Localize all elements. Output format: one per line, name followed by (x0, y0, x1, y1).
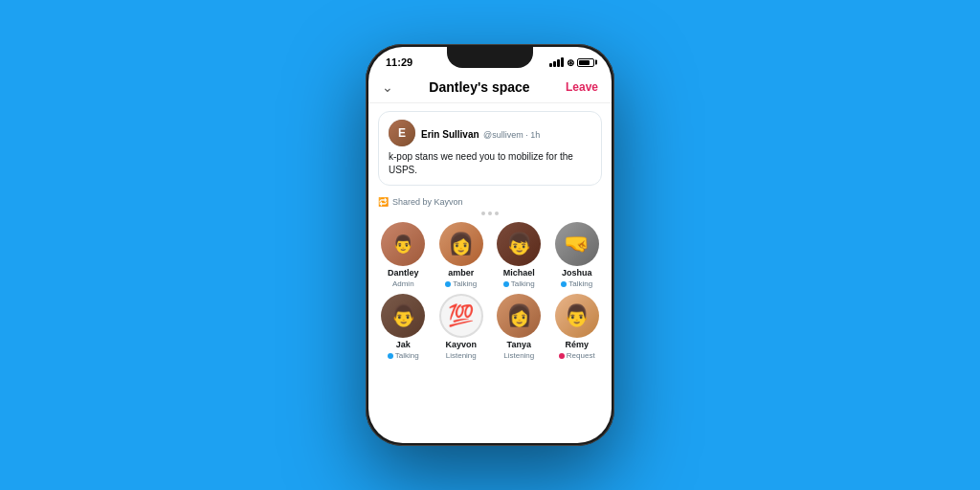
space-title: Dantley's space (429, 79, 529, 95)
tweet-author-row: E Erin Sullivan @sullivem · 1h (389, 120, 591, 146)
dot-2 (488, 212, 492, 215)
talking-dot-amber (445, 281, 451, 287)
tweet-card: E Erin Sullivan @sullivem · 1h k-pop sta… (378, 111, 602, 186)
talking-dot-joshua (561, 281, 567, 287)
participant-avatar-joshua: 🤜 (555, 222, 599, 266)
phone-screen: 11:29 ⊛ ⌄ Dantley's space Leave (368, 47, 612, 443)
participant-name-joshua: Joshua (562, 268, 592, 278)
participant-name-jak: Jak (396, 340, 411, 349)
dot-3 (495, 212, 499, 215)
participant-status-dantley: Admin (392, 279, 414, 288)
participant-status-joshua: Talking (561, 279, 592, 288)
participant-joshua[interactable]: 🤜 Joshua Talking (550, 222, 605, 288)
avatar-face-dantley: 👨 (381, 222, 425, 266)
participant-kayvon[interactable]: 💯 Kayvon Listening (434, 294, 489, 360)
tweet-text: k-pop stans we need you to mobilize for … (389, 150, 591, 177)
status-icons: ⊛ (549, 57, 594, 68)
signal-icon (549, 57, 564, 67)
participant-avatar-tanya: 👩 (497, 294, 541, 338)
wifi-icon: ⊛ (567, 57, 574, 68)
participant-avatar-amber: 👩 (439, 222, 483, 266)
participant-avatar-remy: 👨 (555, 294, 599, 338)
participants-grid: 👨 Dantley Admin 👩 amber Talking 👦 (368, 218, 612, 368)
status-time: 11:29 (386, 56, 412, 68)
participant-dantley[interactable]: 👨 Dantley Admin (376, 222, 431, 288)
dot-1 (481, 212, 485, 215)
participant-name-tanya: Tanya (507, 340, 531, 349)
tweet-meta: Erin Sullivan @sullivem · 1h (421, 124, 591, 142)
participant-name-amber: amber (448, 268, 474, 278)
shared-by-label: Shared by Kayvon (392, 197, 463, 207)
tweet-author-avatar: E (389, 120, 415, 146)
leave-button[interactable]: Leave (566, 80, 598, 94)
participant-michael[interactable]: 👦 Michael Talking (492, 222, 546, 288)
status-bar: 11:29 ⊛ (368, 47, 612, 74)
participant-status-jak: Talking (388, 351, 419, 360)
spaces-header: ⌄ Dantley's space Leave (368, 74, 612, 103)
participant-avatar-kayvon: 💯 (439, 294, 483, 338)
tweet-author-name: Erin Sullivan (421, 129, 479, 140)
participant-status-remy: Request (559, 351, 595, 360)
participant-name-remy: Rémy (565, 340, 589, 349)
phone-device: 11:29 ⊛ ⌄ Dantley's space Leave (366, 44, 614, 446)
participant-status-kayvon: Listening (446, 351, 477, 360)
participant-status-michael: Talking (503, 279, 535, 288)
participant-remy[interactable]: 👨 Rémy Request (550, 294, 605, 360)
request-dot-remy (559, 353, 565, 359)
tweet-author-handle: @sullivem · 1h (483, 130, 540, 140)
participant-status-amber: Talking (445, 279, 477, 288)
participant-jak[interactable]: 👨 Jak Talking (376, 294, 431, 360)
avatar-face-joshua: 🤜 (555, 222, 599, 266)
battery-icon (577, 58, 594, 67)
back-chevron-icon[interactable]: ⌄ (382, 79, 393, 95)
participant-status-tanya: Listening (503, 351, 534, 360)
tweet-author-avatar-face: E (389, 120, 415, 146)
shared-by-row: 🔁 Shared by Kayvon (378, 197, 602, 207)
participant-avatar-michael: 👦 (497, 222, 541, 266)
talking-dot-jak (388, 353, 393, 359)
avatar-face-jak: 👨 (381, 294, 425, 338)
avatar-face-tanya: 👩 (497, 294, 541, 338)
dots-divider (368, 209, 612, 218)
participant-name-michael: Michael (503, 268, 535, 278)
participant-name-kayvon: Kayvon (445, 340, 477, 349)
participant-avatar-dantley: 👨 (381, 222, 425, 266)
participant-avatar-jak: 👨 (381, 294, 425, 338)
avatar-face-kayvon: 💯 (439, 294, 483, 338)
talking-dot-michael (503, 281, 509, 287)
avatar-face-michael: 👦 (497, 222, 541, 266)
avatar-face-amber: 👩 (439, 222, 483, 266)
participant-name-dantley: Dantley (388, 268, 419, 278)
retweet-icon: 🔁 (378, 197, 389, 207)
participant-tanya[interactable]: 👩 Tanya Listening (492, 294, 546, 360)
participant-amber[interactable]: 👩 amber Talking (434, 222, 489, 288)
avatar-face-remy: 👨 (555, 294, 599, 338)
